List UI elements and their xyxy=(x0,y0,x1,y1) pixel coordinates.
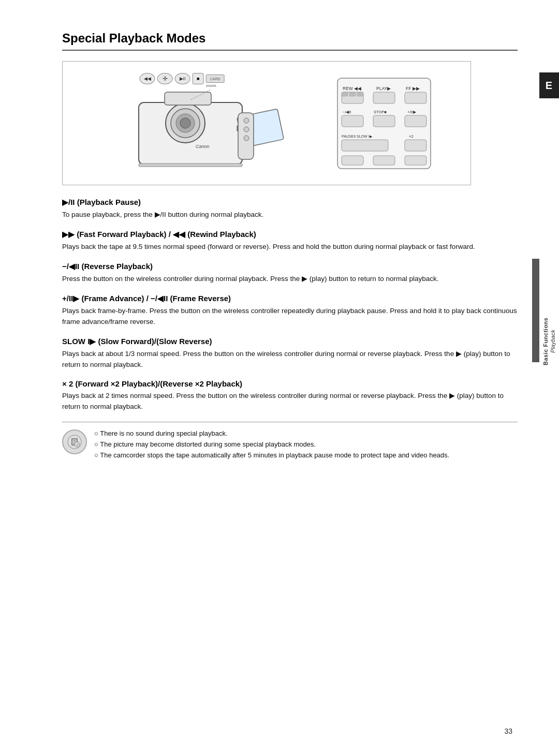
section-x2-playback: × 2 (Forward ×2 Playback)/(Reverse ×2 Pl… xyxy=(62,379,518,412)
remote-illustration: REW ◀◀ PLAY▶ FF ▶▶ −/◀II STOP■ +/II▶ PAU… xyxy=(317,71,451,175)
ctrl-btn-rewind: ◀◀ xyxy=(140,73,155,84)
svg-rect-26 xyxy=(342,115,363,127)
svg-text:STOP■: STOP■ xyxy=(374,110,387,114)
note-lines: ○ There is no sound during special playb… xyxy=(94,428,449,461)
ctrl-card: CARD xyxy=(206,75,225,83)
section-title-4: +/II▶ (Frame Advance) / −/◀II (Frame Rev… xyxy=(62,294,518,303)
section-frame-advance: +/II▶ (Frame Advance) / −/◀II (Frame Rev… xyxy=(62,294,518,328)
sidebar-tab-label: E xyxy=(546,80,553,92)
section-title-6: × 2 (Forward ×2 Playback)/(Reverse ×2 Pl… xyxy=(62,379,518,388)
section-fast-forward: ▶▶ (Fast Forward Playback) / ◀◀ (Rewind … xyxy=(62,230,518,253)
svg-rect-33 xyxy=(342,156,363,165)
diagram-box: ◀◀ ✛ ▶II ■ CARD Canon xyxy=(62,61,471,185)
page-title: Special Playback Modes xyxy=(62,31,518,51)
section-title-1: ▶/II (Playback Pause) xyxy=(62,198,518,207)
svg-rect-21 xyxy=(373,92,395,103)
svg-text:REW ◀◀: REW ◀◀ xyxy=(343,86,361,91)
svg-rect-31 xyxy=(342,140,388,151)
section-body-6: Plays back at 2 times normal speed. Pres… xyxy=(62,391,518,412)
note-circle-1: ○ xyxy=(94,429,100,437)
page-container: E Basic Functions Playback Special Playb… xyxy=(0,0,559,756)
svg-rect-37 xyxy=(349,92,356,96)
note-icon xyxy=(62,429,87,454)
svg-rect-27 xyxy=(373,115,395,127)
section-slow-forward: SLOW I▶ (Slow Forward)/(Slow Reverse) Pl… xyxy=(62,337,518,370)
svg-text:FF ▶▶: FF ▶▶ xyxy=(406,86,420,91)
svg-rect-13 xyxy=(139,164,242,167)
ctrl-btn-nav: ✛ xyxy=(157,73,173,84)
svg-text:−/◀II: −/◀II xyxy=(343,110,351,114)
remote-svg: REW ◀◀ PLAY▶ FF ▶▶ −/◀II STOP■ +/II▶ PAU… xyxy=(327,76,441,171)
note-icon-svg xyxy=(67,435,82,449)
camcorder-illustration: ◀◀ ✛ ▶II ■ CARD Canon xyxy=(82,69,299,177)
svg-text:×2: ×2 xyxy=(409,134,414,139)
section-body-1: To pause playback, press the ▶/II button… xyxy=(62,210,518,220)
note-text-3: The camcorder stops the tape automatical… xyxy=(100,451,449,459)
sidebar-label-main: Basic Functions xyxy=(542,318,549,365)
svg-text:PLAY▶: PLAY▶ xyxy=(376,86,391,91)
svg-point-4 xyxy=(180,118,190,128)
camcorder-svg: Canon zoom xyxy=(87,71,294,175)
note-text-1: There is no sound during special playbac… xyxy=(100,429,227,437)
controls-strip: ◀◀ ✛ ▶II ■ CARD xyxy=(140,73,225,84)
sidebar-label-sub: Playback xyxy=(550,330,556,353)
svg-rect-38 xyxy=(357,92,363,96)
sidebar-label: Basic Functions Playback xyxy=(539,300,559,383)
section-playback-pause: ▶/II (Playback Pause) To pause playback,… xyxy=(62,198,518,220)
svg-text:Canon: Canon xyxy=(196,144,210,149)
ctrl-btn-stop: ■ xyxy=(193,73,204,84)
svg-rect-28 xyxy=(405,115,426,127)
sidebar-bar xyxy=(532,259,539,362)
section-body-3: Press the button on the wireless control… xyxy=(62,274,518,285)
section-body-2: Plays back the tape at 9.5 times normal … xyxy=(62,242,518,253)
svg-rect-34 xyxy=(373,156,395,165)
svg-point-12 xyxy=(244,136,249,141)
svg-rect-6 xyxy=(165,92,211,105)
section-reverse-playback: −/◀II (Reverse Playback) Press the butto… xyxy=(62,262,518,285)
section-body-5: Plays back at about 1/3 normal speed. Pr… xyxy=(62,349,518,370)
note-text-2: The picture may become distorted during … xyxy=(100,440,316,448)
svg-rect-36 xyxy=(342,92,348,96)
note-line-1: ○ There is no sound during special playb… xyxy=(94,428,449,439)
svg-point-10 xyxy=(244,118,249,123)
section-title-3: −/◀II (Reverse Playback) xyxy=(62,262,518,271)
note-line-2: ○ The picture may become distorted durin… xyxy=(94,439,449,450)
note-circle-2: ○ xyxy=(94,440,100,448)
section-body-4: Plays back frame-by-frame. Press the but… xyxy=(62,306,518,328)
note-line-3: ○ The camcorder stops the tape automatic… xyxy=(94,450,449,461)
svg-rect-22 xyxy=(405,92,426,103)
svg-point-11 xyxy=(244,127,249,132)
section-title-5: SLOW I▶ (Slow Forward)/(Slow Reverse) xyxy=(62,337,518,346)
svg-text:+/II▶: +/II▶ xyxy=(407,110,417,114)
section-title-2: ▶▶ (Fast Forward Playback) / ◀◀ (Rewind … xyxy=(62,230,518,239)
sidebar-tab-e: E xyxy=(539,72,559,98)
page-number: 33 xyxy=(504,727,512,735)
ctrl-btn-ff: ▶II xyxy=(175,73,190,84)
svg-rect-32 xyxy=(405,140,426,151)
note-circle-3: ○ xyxy=(94,451,100,459)
svg-rect-35 xyxy=(405,156,426,165)
note-box: ○ There is no sound during special playb… xyxy=(62,422,518,461)
svg-text:PAUSEII SLOW I▶: PAUSEII SLOW I▶ xyxy=(342,135,373,138)
